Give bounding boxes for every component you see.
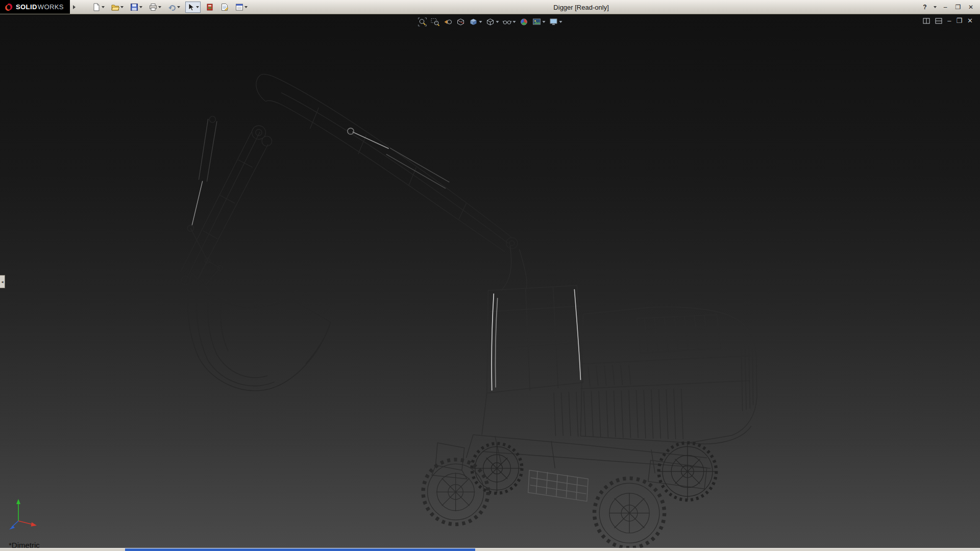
previous-view-button[interactable] xyxy=(443,17,453,27)
display-style-icon xyxy=(469,17,478,27)
window-controls: ? – ❐ ✕ xyxy=(921,3,980,11)
apply-scene-button[interactable] xyxy=(532,17,546,27)
view-orientation-cube-icon xyxy=(486,17,495,27)
print-button[interactable] xyxy=(148,2,163,13)
undo-icon xyxy=(168,3,176,11)
view-orientation-dropdown[interactable] xyxy=(496,21,499,23)
split-pane-horizontal-icon[interactable] xyxy=(935,17,942,24)
print-icon xyxy=(149,3,157,11)
save-dropdown[interactable] xyxy=(139,6,142,8)
open-button[interactable] xyxy=(110,2,125,13)
file-properties-icon xyxy=(220,3,229,11)
save-button[interactable] xyxy=(129,2,144,13)
view-settings-button[interactable] xyxy=(549,17,563,27)
dassault-systemes-logo-icon xyxy=(4,3,13,12)
doc-restore-button[interactable]: ❐ xyxy=(956,17,962,24)
zoom-to-fit-icon xyxy=(418,17,427,27)
app-maximize-button[interactable]: ❐ xyxy=(954,3,962,11)
titlebar: SOLID WORKS xyxy=(0,0,980,14)
menu-flyout-arrow-icon[interactable] xyxy=(73,5,76,9)
edit-appearance-button[interactable] xyxy=(519,17,529,27)
zoom-to-area-icon xyxy=(431,17,440,27)
brand-name-light: WORKS xyxy=(38,3,64,11)
save-floppy-icon xyxy=(130,3,138,11)
excavator-wireframe-model[interactable] xyxy=(0,14,980,548)
panel-collapse-tab[interactable]: ◂ xyxy=(0,275,5,288)
previous-view-icon xyxy=(444,17,453,27)
hide-show-items-button[interactable] xyxy=(502,17,517,27)
orientation-triad xyxy=(3,493,44,534)
collapse-arrow-icon: ◂ xyxy=(1,280,3,284)
toolbox-icon xyxy=(206,3,214,11)
document-window-controls: – ❐ ✕ xyxy=(923,17,973,24)
doc-minimize-button[interactable]: – xyxy=(947,17,951,24)
view-settings-dropdown[interactable] xyxy=(559,21,562,23)
hide-show-glasses-icon xyxy=(503,17,512,27)
new-document-button[interactable] xyxy=(91,2,106,13)
solidworks-logo[interactable]: SOLID WORKS xyxy=(0,0,70,14)
app-close-button[interactable]: ✕ xyxy=(967,3,975,11)
zoom-to-fit-button[interactable] xyxy=(418,17,428,27)
help-dropdown[interactable] xyxy=(934,6,937,8)
new-document-icon xyxy=(92,3,101,11)
undo-dropdown[interactable] xyxy=(177,6,180,8)
hide-show-items-dropdown[interactable] xyxy=(513,21,516,23)
options-button[interactable] xyxy=(234,2,249,13)
help-button[interactable]: ? xyxy=(921,3,929,11)
open-folder-icon xyxy=(111,3,119,11)
options-form-icon xyxy=(235,3,243,11)
view-orientation-button[interactable] xyxy=(485,17,500,27)
file-properties-button[interactable] xyxy=(219,2,230,13)
doc-close-button[interactable]: ✕ xyxy=(967,17,973,24)
section-view-button[interactable] xyxy=(456,17,466,27)
new-document-dropdown[interactable] xyxy=(102,6,105,8)
undo-button[interactable] xyxy=(166,2,182,13)
taskbar-strip xyxy=(0,548,980,551)
select-tool-button[interactable] xyxy=(185,2,201,13)
print-dropdown[interactable] xyxy=(158,6,161,8)
toolbox-button[interactable] xyxy=(204,2,215,13)
view-orientation-label: *Dimetric xyxy=(9,541,40,548)
select-cursor-icon xyxy=(187,3,195,11)
split-pane-vertical-icon[interactable] xyxy=(923,17,930,24)
graphics-viewport[interactable]: – ❐ ✕ ◂ *Dimetric xyxy=(0,14,980,548)
heads-up-toolbar xyxy=(418,17,563,27)
brand-name-bold: SOLID xyxy=(16,3,37,11)
section-view-icon xyxy=(456,17,465,27)
app-minimize-button[interactable]: – xyxy=(941,3,949,11)
edit-appearance-ball-icon xyxy=(520,17,529,27)
open-dropdown[interactable] xyxy=(120,6,124,8)
standard-toolbar xyxy=(91,2,249,13)
display-style-button[interactable] xyxy=(469,17,483,27)
apply-scene-icon xyxy=(532,17,542,27)
taskbar-active-app-segment[interactable] xyxy=(125,548,475,551)
select-tool-dropdown[interactable] xyxy=(196,6,199,8)
apply-scene-dropdown[interactable] xyxy=(543,21,546,23)
solidworks-window: SOLID WORKS xyxy=(0,0,980,551)
window-title: Digger [Read-only] xyxy=(553,3,608,11)
options-dropdown[interactable] xyxy=(244,6,248,8)
display-style-dropdown[interactable] xyxy=(479,21,482,23)
view-settings-monitor-icon xyxy=(549,17,558,27)
zoom-to-area-button[interactable] xyxy=(430,17,440,27)
